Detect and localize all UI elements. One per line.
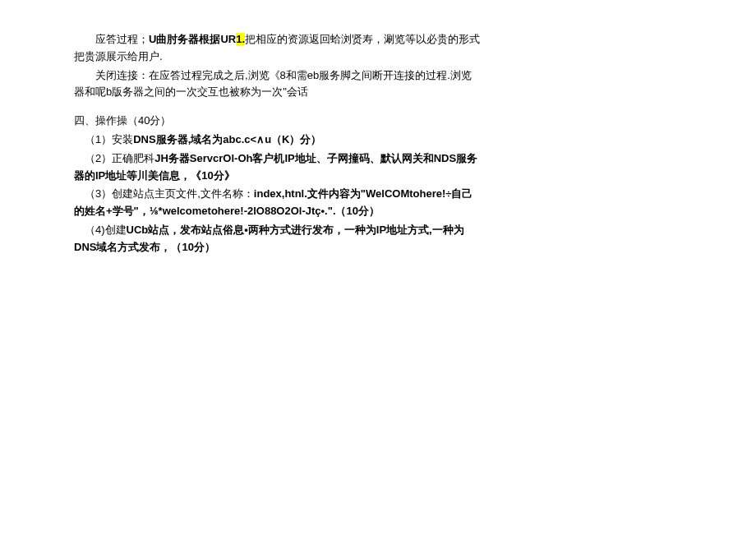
- text: 四、操作操（40分）: [74, 114, 171, 127]
- document-content: 应答过程；U曲肘务器根据UR1.把相应的资源返回蛤浏贤寿，涮览等以必贵的形式把贵…: [74, 31, 481, 256]
- text-a: （2）正确肥科: [85, 152, 154, 164]
- text: 关闭连接：在应答过程完成之后,浏览《8和需eb服务脚之间断开连接的过程.浏览器和…: [74, 69, 472, 99]
- paragraph-close-connection: 关闭连接：在应答过程完成之后,浏览《8和需eb服务脚之间断开连接的过程.浏览器和…: [74, 67, 481, 102]
- text-b: UCb站点，发布站点俗息•两种方式进行发布，一种为IP地址方式,一种为DNS域名…: [74, 224, 464, 253]
- text-a: （3）创建站点主页文件,文件名称：: [85, 187, 254, 200]
- paragraph-response: 应答过程；U曲肘务器根据UR1.把相应的资源返回蛤浏贤寿，涮览等以必贵的形式把贵…: [74, 31, 481, 66]
- text-a: （4)创建: [85, 224, 127, 236]
- paragraph-item-1: （1）安装DNS服务器,域名为abc.c<∧u（K）分）: [74, 131, 481, 149]
- paragraph-item-3: （3）创建站点主页文件,文件名称：index,htnl.文件内容为"WelCOM…: [74, 186, 481, 220]
- text-highlight: 1.: [236, 33, 245, 45]
- text-bold-1: U曲肘务器根据UR: [149, 33, 236, 45]
- section-heading-4: 四、操作操（40分）: [74, 113, 481, 130]
- paragraph-item-2: （2）正确肥科JH务器ServcrOl-Oh客户机IP地址、子网撞码、默认网关和…: [74, 150, 481, 185]
- text-b: DNS服务器,域名为abc.c<∧u（K）分）: [133, 133, 321, 145]
- text-a: （1）安装: [85, 133, 133, 145]
- text-pre: 应答过程；: [95, 33, 149, 45]
- paragraph-item-4: （4)创建UCb站点，发布站点俗息•两种方式进行发布，一种为IP地址方式,一种为…: [74, 222, 481, 256]
